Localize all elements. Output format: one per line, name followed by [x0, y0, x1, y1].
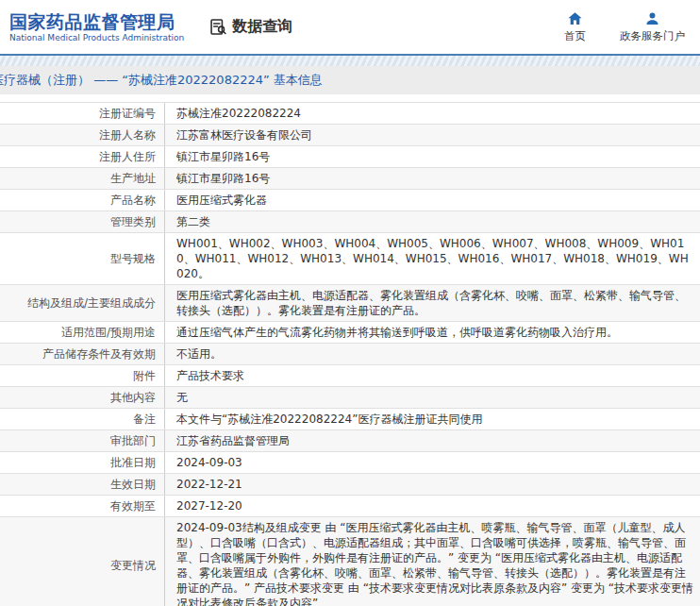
row-label: 管理类别: [0, 211, 165, 232]
row-value: 2024-09-03: [165, 452, 700, 473]
row-value-text: 医用压缩式雾化器由主机、电源适配器、雾化装置组成（含雾化杯、咬嘴、面罩、松紧带、…: [176, 288, 694, 318]
row-value-text: 2024-09-03结构及组成变更 由 “医用压缩式雾化器由主机、喷雾瓶、输气导…: [176, 520, 694, 606]
row-value: 医用压缩式雾化器: [165, 190, 700, 210]
table-row-change-details: 变更情况 2024-09-03结构及组成变更 由 “医用压缩式雾化器由主机、喷雾…: [0, 517, 700, 606]
table-row-registration-number: 注册证编号 苏械注准20222082224: [0, 103, 700, 125]
row-value: 苏械注准20222082224: [165, 103, 700, 124]
row-value-text: 第二类: [176, 214, 694, 229]
row-value-text: 镇江市星卯路16号: [176, 171, 694, 186]
top-nav: 首页 政务服务门户: [564, 10, 685, 43]
row-label: 生效日期: [0, 474, 165, 495]
row-value-text: 江苏省药品监督管理局: [176, 433, 694, 448]
table-row-approval-department: 审批部门 江苏省药品监督管理局: [0, 430, 700, 452]
row-label: 型号规格: [0, 233, 165, 284]
row-label: 变更情况: [0, 517, 165, 606]
breadcrumb: 医疗器械（注册） —— “苏械注准20222082224” 基本信息: [0, 72, 323, 89]
row-value: 镇江市星卯路16号: [165, 168, 700, 189]
table-row-approval-date: 批准日期 2024-09-03: [0, 452, 700, 474]
row-value-text: 无: [176, 390, 694, 405]
row-value: 本文件与“苏械注准20222082224”医疗器械注册证共同使用: [165, 409, 700, 429]
row-label: 生产地址: [0, 168, 165, 189]
row-value-text: 医用压缩式雾化器: [176, 193, 694, 208]
row-value: 2024-09-03结构及组成变更 由 “医用压缩式雾化器由主机、喷雾瓶、输气导…: [165, 517, 700, 606]
row-label: 注册人名称: [0, 125, 165, 145]
row-label: 产品储存条件及有效期: [0, 344, 165, 364]
row-label: 其他内容: [0, 387, 165, 408]
decorative-stripe-band: [0, 54, 700, 66]
table-row-product-name: 产品名称 医用压缩式雾化器: [0, 190, 700, 211]
row-value: 医用压缩式雾化器由主机、电源适配器、雾化装置组成（含雾化杯、咬嘴、面罩、松紧带、…: [165, 285, 700, 321]
row-label: 注册证编号: [0, 103, 165, 124]
table-row-production-address: 生产地址 镇江市星卯路16号: [0, 168, 700, 190]
row-label: 批准日期: [0, 452, 165, 473]
row-value-text: WH001、WH002、WH003、WH004、WH005、WH006、WH00…: [176, 236, 694, 281]
nav-item-home[interactable]: 首页: [564, 10, 586, 43]
row-label: 备注: [0, 409, 165, 429]
row-value-text: 2027-12-20: [176, 498, 694, 513]
site-header: 国家药品监督管理局 National Medical Products Admi…: [0, 0, 700, 54]
row-label: 产品名称: [0, 190, 165, 210]
nmpa-logo[interactable]: 国家药品监督管理局 National Medical Products Admi…: [9, 11, 184, 43]
row-label: 审批部门: [0, 430, 165, 451]
nav-gov-portal-label: 政务服务门户: [620, 29, 685, 43]
table-row-other-content: 其他内容 无: [0, 387, 700, 409]
row-value-text: 不适用。: [176, 346, 694, 362]
row-value-text: 产品技术要求: [176, 368, 694, 383]
spacer: [0, 94, 700, 102]
document-search-icon: [208, 17, 228, 37]
row-value-text: 通过压缩气体产生的气流雾化药物并将其输送到呼吸道，供呼吸道雾化药物吸入治疗用。: [176, 325, 694, 340]
home-icon: [567, 10, 583, 26]
row-value-text: 2024-09-03: [176, 455, 694, 470]
row-value: 江苏富林医疗设备有限公司: [165, 125, 700, 145]
nav-home-label: 首页: [564, 29, 586, 43]
breadcrumb-bar: 医疗器械（注册） —— “苏械注准20222082224” 基本信息: [0, 66, 700, 94]
row-label: 注册人住所: [0, 146, 165, 167]
table-row-registrant-address: 注册人住所 镇江市星卯路16号: [0, 146, 700, 168]
data-query-title: 数据查询: [232, 17, 292, 37]
row-value-text: 苏械注准20222082224: [176, 106, 694, 121]
table-row-management-category: 管理类别 第二类: [0, 211, 700, 233]
table-row-registrant-name: 注册人名称 江苏富林医疗设备有限公司: [0, 125, 700, 146]
table-row-remarks: 备注 本文件与“苏械注准20222082224”医疗器械注册证共同使用: [0, 409, 700, 430]
table-row-storage-conditions: 产品储存条件及有效期 不适用。: [0, 344, 700, 365]
row-value-text: 江苏富林医疗设备有限公司: [176, 127, 694, 143]
row-value: WH001、WH002、WH003、WH004、WH005、WH006、WH00…: [165, 233, 700, 284]
row-value-text: 镇江市星卯路16号: [176, 149, 694, 164]
table-row-attachments: 附件 产品技术要求: [0, 365, 700, 387]
table-row-expiry-date: 有效期至 2027-12-20: [0, 496, 700, 517]
row-value: 镇江市星卯路16号: [165, 146, 700, 167]
row-label: 有效期至: [0, 496, 165, 516]
nav-item-gov-portal[interactable]: 政务服务门户: [620, 10, 685, 43]
row-value: 2022-12-21: [165, 474, 700, 495]
table-row-model-specs: 型号规格 WH001、WH002、WH003、WH004、WH005、WH006…: [0, 233, 700, 285]
row-label: 结构及组成/主要组成成分: [0, 285, 165, 321]
row-label: 适用范围/预期用途: [0, 322, 165, 343]
logo-title: 国家药品监督管理局: [9, 11, 184, 32]
row-value: 通过压缩气体产生的气流雾化药物并将其输送到呼吸道，供呼吸道雾化药物吸入治疗用。: [165, 322, 700, 343]
row-label: 附件: [0, 365, 165, 386]
logo-subtitle: National Medical Products Administration: [9, 32, 184, 43]
table-row-intended-use: 适用范围/预期用途 通过压缩气体产生的气流雾化药物并将其输送到呼吸道，供呼吸道雾…: [0, 322, 700, 344]
person-icon: [644, 10, 660, 26]
registration-info-table: 注册证编号 苏械注准20222082224 注册人名称 江苏富林医疗设备有限公司…: [0, 102, 700, 606]
row-value: 无: [165, 387, 700, 408]
row-value-text: 2022-12-21: [176, 477, 694, 492]
row-value: 不适用。: [165, 344, 700, 364]
data-query-section[interactable]: 数据查询: [208, 17, 292, 37]
row-value: 2027-12-20: [165, 496, 700, 516]
row-value: 产品技术要求: [165, 365, 700, 386]
row-value: 江苏省药品监督管理局: [165, 430, 700, 451]
table-row-structure-composition: 结构及组成/主要组成成分 医用压缩式雾化器由主机、电源适配器、雾化装置组成（含雾…: [0, 285, 700, 322]
row-value-text: 本文件与“苏械注准20222082224”医疗器械注册证共同使用: [176, 412, 694, 427]
table-row-effective-date: 生效日期 2022-12-21: [0, 474, 700, 496]
row-value: 第二类: [165, 211, 700, 232]
